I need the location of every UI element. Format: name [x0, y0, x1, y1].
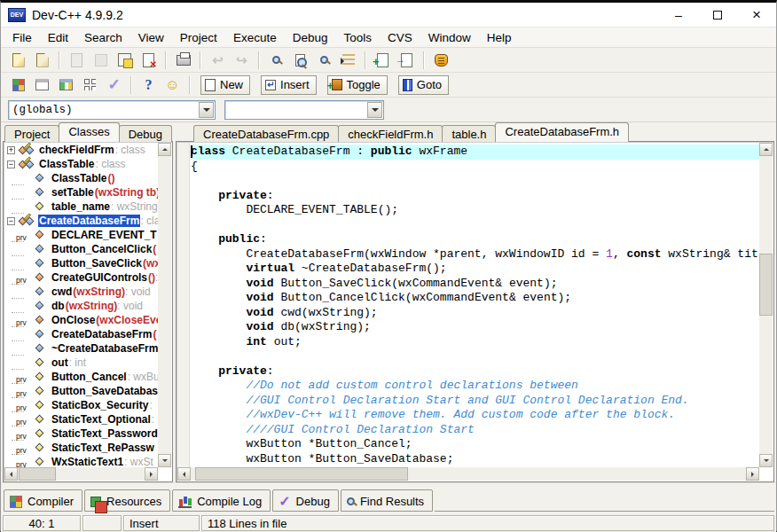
tree-item-statictext-optional[interactable]: prvStaticText_Optional : [4, 412, 158, 426]
editor-tab-createdatabasefrm-h[interactable]: CreateDatabaseFrm.h [495, 122, 629, 142]
tree-item-statictext-password[interactable]: prvStaticText_Password [4, 426, 158, 441]
dropdown-arrow-icon[interactable] [367, 102, 382, 118]
scrollbar-thumb[interactable] [195, 467, 408, 481]
find-in-files-button[interactable] [288, 50, 312, 71]
new-source-button[interactable] [6, 50, 30, 71]
tree-item-createdatabasefrm[interactable]: CreateDatabaseFrm ( [4, 327, 158, 341]
scroll-right-arrow[interactable] [145, 467, 158, 481]
tree-item-staticbox-security[interactable]: prvStaticBox_Security : [4, 398, 158, 412]
collapse-icon[interactable]: − [7, 217, 15, 225]
bookmark-new-button[interactable]: New [200, 75, 250, 95]
tree-item-button-cancelclick[interactable]: Button_CancelClick ( [4, 242, 158, 256]
report-tab-debug[interactable]: ✓Debug [272, 489, 339, 512]
report-tab-resources[interactable]: Resources [84, 489, 170, 512]
report-tab-compile-log[interactable]: Compile Log [172, 489, 271, 512]
code-area[interactable]: class CreateDatabaseFrm : public wxFrame… [191, 143, 759, 467]
bookmark-goto-button[interactable]: Goto [398, 75, 449, 95]
class-scope-combobox[interactable]: (globals) [8, 100, 216, 120]
menu-project[interactable]: Project [172, 28, 225, 47]
undo-button[interactable]: ↩ [206, 50, 230, 71]
menu-cvs[interactable]: CVS [380, 28, 420, 47]
scroll-down-arrow[interactable] [158, 454, 171, 467]
maximize-button[interactable] [698, 3, 737, 27]
scrollbar-thumb[interactable] [759, 254, 773, 316]
scroll-up-arrow[interactable] [759, 143, 773, 156]
panel-view-button[interactable] [78, 74, 102, 96]
save-all-button[interactable] [113, 50, 137, 71]
scroll-down-arrow[interactable] [759, 454, 773, 467]
minimize-button[interactable]: – [659, 3, 698, 27]
scroll-left-arrow[interactable] [177, 467, 191, 481]
about-button[interactable]: ☺ [161, 74, 184, 96]
open-project-button[interactable] [30, 50, 54, 71]
tree-item-createguicontrols[interactable]: prvCreateGUIControls () : [4, 270, 158, 285]
save-button[interactable] [65, 50, 89, 71]
tree-item-db[interactable]: db (wxString) : void [4, 299, 158, 313]
close-file-button[interactable] [137, 50, 161, 71]
dropdown-arrow-icon[interactable] [199, 102, 214, 118]
member-scope-combobox[interactable] [224, 100, 384, 120]
tab-classes[interactable]: Classes [59, 122, 119, 142]
report-tab-find-results[interactable]: Find Results [341, 489, 433, 512]
form-view-button[interactable] [54, 74, 78, 96]
menu-view[interactable]: View [130, 28, 172, 47]
tree-item-out[interactable]: out : int [4, 356, 158, 370]
tree-item-button-saveclick[interactable]: Button_SaveClick (wx [4, 256, 158, 270]
tab-project[interactable]: Project [4, 125, 59, 142]
tree-item-button-savedatabas[interactable]: prvButton_SaveDatabas [4, 384, 158, 398]
tree-item-button-cancel[interactable]: prvButton_Cancel : wxBu [4, 370, 158, 384]
editor-tab-table-h[interactable]: table.h [442, 125, 496, 142]
bookmark-insert-button[interactable]: Insert [261, 75, 317, 95]
tree-item-table-name[interactable]: table_name : wxString [4, 200, 158, 214]
redo-button[interactable]: ↪ [230, 50, 254, 71]
print-button[interactable] [171, 50, 195, 71]
menu-window[interactable]: Window [420, 28, 479, 47]
tree-item-cwd[interactable]: cwd (wxString) : void [4, 285, 158, 299]
menu-search[interactable]: Search [76, 28, 130, 47]
scroll-left-arrow[interactable] [4, 467, 18, 481]
goto-line-button[interactable] [336, 50, 360, 71]
editor-tab-checkfieldfrm-h[interactable]: checkFieldFrm.h [338, 125, 443, 142]
tree-vertical-scrollbar[interactable] [158, 143, 171, 467]
tree-item-settable[interactable]: setTable (wxString tb) : [4, 185, 158, 200]
tree-item-classtable[interactable]: −ClassTable : class [4, 157, 158, 171]
tree-item-classtable[interactable]: ClassTable () [4, 171, 158, 185]
bookmark-toggle-button[interactable]: Toggle [327, 75, 388, 95]
expand-icon[interactable]: + [7, 146, 15, 154]
window-view-button[interactable] [30, 74, 54, 96]
report-tab-compiler[interactable]: Compiler [4, 489, 82, 512]
menu-execute[interactable]: Execute [225, 28, 285, 47]
syntax-check-button[interactable]: ✓ [102, 74, 126, 96]
menu-help[interactable]: Help [479, 28, 520, 47]
find-button[interactable] [264, 50, 288, 71]
project-options-button[interactable] [6, 74, 30, 96]
help-button[interactable]: ? [137, 74, 161, 96]
menu-tools[interactable]: Tools [335, 28, 380, 47]
tree-horizontal-scrollbar[interactable] [4, 467, 158, 481]
editor-tab-createdatabasefrm-cpp[interactable]: CreateDatabaseFrm.cpp [193, 125, 339, 142]
menu-edit[interactable]: Edit [40, 28, 76, 47]
tree-item-statictext-repassw[interactable]: prvStaticText_RePassw [4, 441, 158, 455]
replace-button[interactable] [312, 50, 336, 71]
close-button[interactable]: × [737, 3, 776, 27]
insert-unit-button[interactable] [371, 50, 395, 71]
scroll-up-arrow[interactable] [158, 143, 171, 156]
menu-file[interactable]: File [4, 28, 40, 47]
editor-vertical-scrollbar[interactable] [759, 143, 773, 467]
menu-debug[interactable]: Debug [285, 28, 336, 47]
scroll-right-arrow[interactable] [746, 467, 759, 481]
tree-item-checkfieldfrm[interactable]: +checkFieldFrm : class [4, 143, 158, 157]
collapse-icon[interactable]: − [7, 160, 15, 168]
tree-item-declare-event-t[interactable]: prvDECLARE_EVENT_T [4, 228, 158, 242]
tree-item--createdatabasefrm[interactable]: ~CreateDatabaseFrm [4, 341, 158, 356]
scrollbar-thumb[interactable] [19, 467, 56, 481]
tree-item-createdatabasefrm[interactable]: −CreateDatabaseFrm : cla [4, 214, 158, 228]
editor-horizontal-scrollbar[interactable] [177, 467, 759, 481]
tab-debug[interactable]: Debug [119, 125, 172, 142]
tree-item-wxstatictext1[interactable]: prvWxStaticText1 : wxSt [4, 455, 158, 467]
tree-item-label: StaticText_Password [51, 427, 158, 440]
save-as-button[interactable] [89, 50, 113, 71]
tree-item-onclose[interactable]: prvOnClose (wxCloseEvent [4, 313, 158, 327]
remove-unit-button[interactable] [395, 50, 419, 71]
package-manager-button[interactable] [429, 50, 453, 71]
